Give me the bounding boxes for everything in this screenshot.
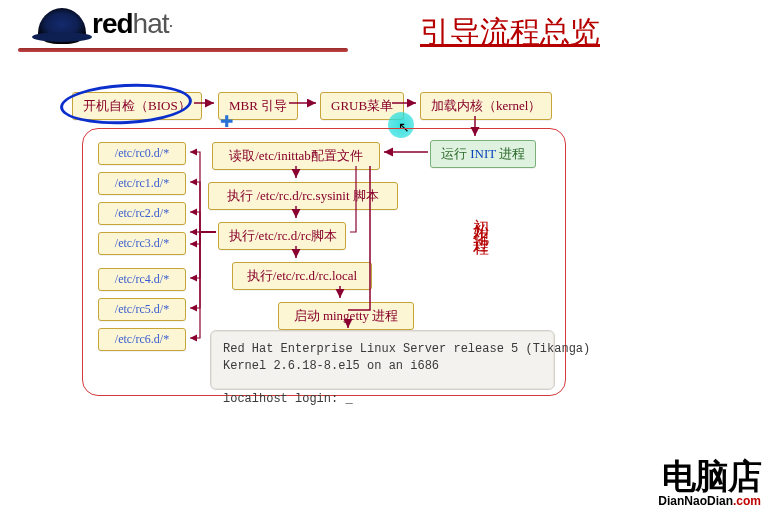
redhat-logo: red hat . [38,8,174,44]
side-rc5: /etc/rc5.d/* [98,298,186,321]
side-rc4: /etc/rc4.d/* [98,268,186,291]
node-mingetty: 启动 mingetty 进程 [278,302,414,330]
side-rc0: /etc/rc0.d/* [98,142,186,165]
node-rc-sysinit: 执行 /etc/rc.d/rc.sysinit 脚本 [208,182,398,210]
node-rc: 执行/etc/rc.d/rc脚本 [218,222,346,250]
terminal-output: Red Hat Enterprise Linux Server release … [210,330,555,390]
side-rc6: /etc/rc6.d/* [98,328,186,351]
node-kernel: 加载内核（kernel） [420,92,552,120]
page-title: 引导流程总览 [420,12,600,53]
side-rc2: /etc/rc2.d/* [98,202,186,225]
logo-text-red: red [92,8,133,40]
side-rc1: /etc/rc1.d/* [98,172,186,195]
logo-text-period: . [169,11,174,32]
bios-highlight-circle [59,81,193,128]
watermark: 电脑店 DianNaoDian.com [658,454,761,508]
node-rc-local: 执行/etc/rc.d/rc.local [232,262,372,290]
side-label: 初始化过程 [470,205,491,235]
logo-text-hat: hat [133,8,169,40]
fedora-hat-icon [38,8,86,44]
header-underline [18,48,348,52]
side-rc3: /etc/rc3.d/* [98,232,186,255]
watermark-en: DianNaoDian.com [658,494,761,508]
node-inittab: 读取/etc/inittab配置文件 [212,142,380,170]
